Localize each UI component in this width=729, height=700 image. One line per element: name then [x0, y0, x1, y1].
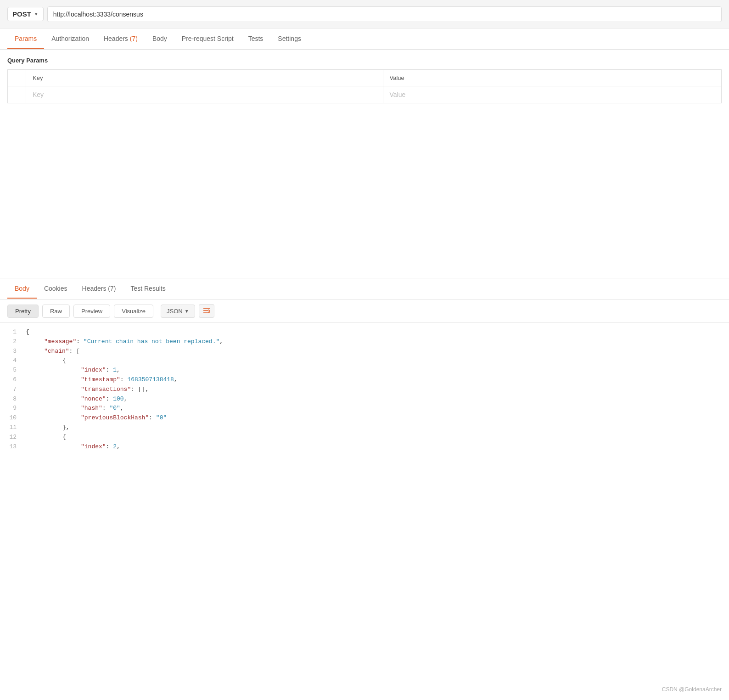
- line-num-10: 10: [7, 413, 26, 423]
- json-content-4: {: [26, 356, 722, 366]
- response-tab-headers[interactable]: Headers (7): [75, 279, 123, 299]
- json-content-3: "chain": [: [26, 347, 722, 356]
- line-num-6: 6: [7, 375, 26, 385]
- format-chevron-icon: ▼: [185, 309, 189, 314]
- tab-params[interactable]: Params: [7, 29, 44, 49]
- line-num-9: 9: [7, 404, 26, 413]
- preview-button[interactable]: Preview: [73, 305, 110, 318]
- json-content-8: "nonce": 100,: [26, 395, 722, 404]
- empty-request-body: [0, 103, 729, 260]
- line-num-12: 12: [7, 433, 26, 442]
- json-line-13: 13 "index": 2,: [7, 442, 722, 452]
- line-num-13: 13: [7, 442, 26, 452]
- tab-settings[interactable]: Settings: [270, 29, 308, 49]
- json-content-9: "hash": "0",: [26, 404, 722, 413]
- wrap-button[interactable]: [199, 304, 214, 318]
- json-content-12: {: [26, 433, 722, 442]
- json-line-12: 12 {: [7, 433, 722, 442]
- line-num-3: 3: [7, 347, 26, 356]
- json-content-11: },: [26, 423, 722, 433]
- line-num-2: 2: [7, 337, 26, 347]
- response-toolbar: Pretty Raw Preview Visualize JSON ▼: [0, 299, 729, 323]
- json-content-6: "timestamp": 1683507138418,: [26, 375, 722, 385]
- format-selector[interactable]: JSON ▼: [161, 305, 195, 318]
- method-selector[interactable]: POST ▼: [7, 7, 44, 21]
- json-line-4: 4 {: [7, 356, 722, 366]
- watermark: CSDN @GoldenaArcher: [662, 686, 722, 693]
- json-line-3: 3 "chain": [: [7, 347, 722, 356]
- value-cell[interactable]: Value: [383, 86, 722, 103]
- response-section: Body Cookies Headers (7) Test Results Pr…: [0, 278, 729, 456]
- response-tab-testresults[interactable]: Test Results: [123, 279, 173, 299]
- json-content-5: "index": 1,: [26, 366, 722, 375]
- value-placeholder: Value: [390, 91, 406, 98]
- params-table: Key Value Key Value: [7, 69, 722, 103]
- wrap-icon: [202, 307, 211, 315]
- key-cell[interactable]: Key: [26, 86, 383, 103]
- method-label: POST: [12, 10, 31, 18]
- line-num-4: 4: [7, 356, 26, 366]
- method-chevron-icon: ▼: [34, 11, 39, 17]
- row-checkbox: [8, 86, 26, 103]
- line-num-8: 8: [7, 395, 26, 404]
- query-params-title: Query Params: [7, 57, 722, 64]
- line-num-7: 7: [7, 385, 26, 395]
- response-tabs: Body Cookies Headers (7) Test Results: [0, 278, 729, 299]
- visualize-button[interactable]: Visualize: [114, 305, 153, 318]
- tab-headers[interactable]: Headers (7): [96, 29, 145, 49]
- json-content-7: "transactions": [],: [26, 385, 722, 395]
- json-content-10: "previousBlockHash": "0": [26, 413, 722, 423]
- json-line-10: 10 "previousBlockHash": "0": [7, 413, 722, 423]
- json-viewer: 1 { 2 "message": "Current chain has not …: [0, 323, 729, 456]
- json-line-8: 8 "nonce": 100,: [7, 395, 722, 404]
- json-line-9: 9 "hash": "0",: [7, 404, 722, 413]
- json-content-1: {: [26, 327, 722, 337]
- url-bar: POST ▼: [0, 0, 729, 28]
- url-input[interactable]: [47, 6, 722, 22]
- checkbox-header: [8, 70, 26, 86]
- json-line-7: 7 "transactions": [],: [7, 385, 722, 395]
- line-num-1: 1: [7, 327, 26, 337]
- tab-authorization[interactable]: Authorization: [44, 29, 96, 49]
- json-line-6: 6 "timestamp": 1683507138418,: [7, 375, 722, 385]
- key-header: Key: [26, 70, 383, 86]
- line-num-5: 5: [7, 366, 26, 375]
- request-tabs: Params Authorization Headers (7) Body Pr…: [0, 28, 729, 50]
- json-line-1: 1 {: [7, 327, 722, 337]
- response-tab-cookies[interactable]: Cookies: [37, 279, 75, 299]
- tab-body[interactable]: Body: [145, 29, 174, 49]
- response-tab-body[interactable]: Body: [7, 279, 37, 299]
- value-header: Value: [383, 70, 722, 86]
- json-line-2: 2 "message": "Current chain has not been…: [7, 337, 722, 347]
- headers-badge: (7): [130, 35, 138, 42]
- key-placeholder: Key: [33, 91, 44, 98]
- tab-prerequest[interactable]: Pre-request Script: [174, 29, 241, 49]
- json-content-2: "message": "Current chain has not been r…: [26, 337, 722, 347]
- params-section: Query Params Key Value Key Value: [0, 50, 729, 103]
- table-row: Key Value: [8, 86, 722, 103]
- tab-tests[interactable]: Tests: [241, 29, 271, 49]
- json-content-13: "index": 2,: [26, 442, 722, 452]
- format-label: JSON: [167, 308, 183, 315]
- json-line-11: 11 },: [7, 423, 722, 433]
- json-line-5: 5 "index": 1,: [7, 366, 722, 375]
- raw-button[interactable]: Raw: [42, 305, 70, 318]
- pretty-button[interactable]: Pretty: [7, 305, 39, 318]
- line-num-11: 11: [7, 423, 26, 433]
